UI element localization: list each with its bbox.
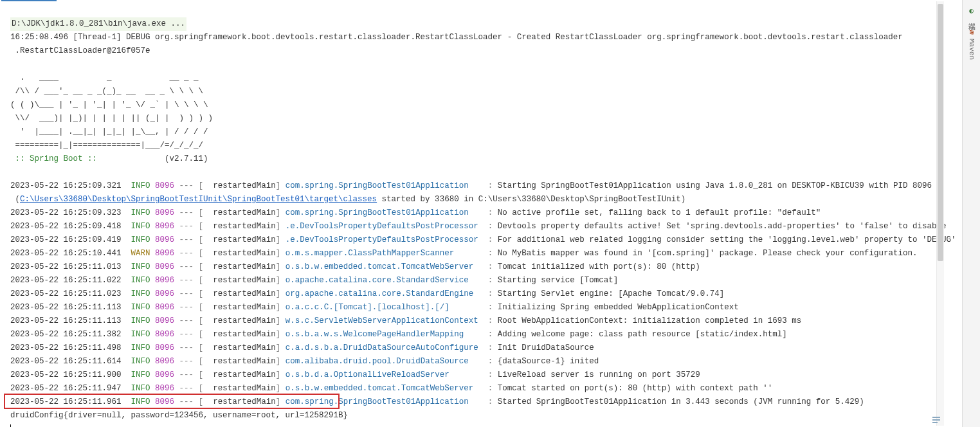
log-logger: o.m.s.mapper.ClassPathMapperScanner xyxy=(286,249,455,258)
log-ts: 2023-05-22 16:25:11.614 xyxy=(10,357,122,366)
log-thread: restartedMain xyxy=(203,222,276,231)
right-tool-stripe: ◐ 端点 m Maven xyxy=(962,0,980,427)
log-thread: restartedMain xyxy=(203,303,276,312)
log-logger: o.s.b.d.a.OptionalLiveReloadServer xyxy=(286,370,449,379)
log-logger: o.s.b.w.embedded.tomcat.TomcatWebServer xyxy=(286,262,474,271)
tool-maven[interactable]: m Maven xyxy=(966,26,977,62)
console-panel: D:\JDK\jdk1.8.0_281\bin\java.exe ... 16:… xyxy=(0,0,962,427)
log-ts: 2023-05-22 16:25:09.323 xyxy=(10,208,122,217)
log-level: INFO xyxy=(131,316,150,325)
log-msg: No active profile set, falling back to 1… xyxy=(498,208,821,217)
log-logger: o.apache.catalina.core.StandardService xyxy=(286,276,469,285)
console-output[interactable]: D:\JDK\jdk1.8.0_281\bin\java.exe ... 16:… xyxy=(0,1,962,427)
log-level: INFO xyxy=(131,303,150,312)
log-thread: restartedMain xyxy=(203,343,276,352)
run-command-line[interactable]: D:\JDK\jdk1.8.0_281\bin\java.exe ... xyxy=(10,17,186,31)
log-thread: restartedMain xyxy=(203,397,276,406)
log-logger: c.a.d.s.b.a.DruidDataSourceAutoConfigure xyxy=(286,343,478,352)
log-line: .RestartClassLoader@216f057e xyxy=(10,46,150,55)
banner-line: . ____ _ __ _ _ xyxy=(10,73,199,82)
log-ts: 2023-05-22 16:25:09.419 xyxy=(10,235,122,244)
log-logger: com.spring.SpringBootTest01Application xyxy=(286,181,469,190)
log-msg: Init DruidDataSource xyxy=(498,343,594,352)
log-pid: 8096 xyxy=(155,289,174,298)
log-logger: com.alibaba.druid.pool.DruidDataSource xyxy=(286,357,469,366)
log-pid: 8096 xyxy=(155,343,174,352)
sep: --- [ xyxy=(179,181,204,190)
log-logger: o.s.b.a.w.s.WelcomePageHandlerMapping xyxy=(286,330,464,339)
log-msg: Starting Servlet engine: [Apache Tomcat/… xyxy=(498,289,725,298)
log-level: INFO xyxy=(131,343,150,352)
tool-endpoints[interactable]: ◐ 端点 xyxy=(965,4,977,19)
log-logger: com.spring.SpringBootTest01Application xyxy=(286,208,469,217)
svg-rect-2 xyxy=(932,422,938,423)
log-msg: {dataSource-1} inited xyxy=(498,357,599,366)
log-level: INFO xyxy=(131,289,150,298)
log-msg: Starting service [Tomcat] xyxy=(498,276,619,285)
log-level: INFO xyxy=(131,262,150,271)
banner-line: =========|_|==============|___/=/_/_/_/ xyxy=(10,141,203,150)
svg-rect-1 xyxy=(932,419,940,421)
log-pid: 8096 xyxy=(155,276,174,285)
log-logger: .e.DevToolsPropertyDefaultsPostProcessor xyxy=(286,222,478,231)
log-pid: 8096 xyxy=(155,262,174,271)
log-logger: .e.DevToolsPropertyDefaultsPostProcessor xyxy=(286,235,478,244)
tool-label: Maven xyxy=(968,39,975,60)
log-ts: 2023-05-22 16:25:11.498 xyxy=(10,343,122,352)
log-level: INFO xyxy=(131,370,150,379)
log-pid: 8096 xyxy=(155,384,174,393)
log-line: 16:25:08.496 [Thread-1] DEBUG org.spring… xyxy=(10,33,903,42)
log-thread: restartedMain xyxy=(203,262,276,271)
spring-boot-label: :: Spring Boot :: xyxy=(10,154,102,163)
druid-config-line: druidConfig{driver=null, password=123456… xyxy=(10,411,348,420)
log-thread: restartedMain xyxy=(203,316,276,325)
log-pid: 8096 xyxy=(155,249,174,258)
svg-rect-0 xyxy=(932,417,940,418)
log-msg: No MyBatis mapper was found in '[com.spr… xyxy=(498,249,918,258)
log-level: WARN xyxy=(131,249,150,258)
log-ts: 2023-05-22 16:25:11.113 xyxy=(10,303,122,312)
log-thread: restartedMain xyxy=(203,357,276,366)
log-thread: restartedMain xyxy=(203,181,276,190)
log-ts: 2023-05-22 16:25:11.900 xyxy=(10,370,122,379)
log-ts: 2023-05-22 16:25:09.321 xyxy=(10,181,122,190)
log-ts: 2023-05-22 16:25:10.441 xyxy=(10,249,122,258)
log-pid: 8096 xyxy=(155,222,174,231)
log-msg: LiveReload server is running on port 357… xyxy=(498,370,700,379)
log-thread: restartedMain xyxy=(203,289,276,298)
log-logger: com.spring.SpringBootTest01Application xyxy=(286,397,469,406)
globe-icon: ◐ xyxy=(967,6,975,15)
log-msg: Starting SpringBootTest01Application usi… xyxy=(498,181,937,190)
log-pid: 8096 xyxy=(155,330,174,339)
log-msg: Tomcat started on port(s): 80 (http) wit… xyxy=(498,384,773,393)
log-ts: 2023-05-22 16:25:11.113 xyxy=(10,316,122,325)
banner-line: ( ( )\___ | '_ | '_| | '_ \/ _` | \ \ \ … xyxy=(10,100,208,109)
log-msg: Tomcat initialized with port(s): 80 (htt… xyxy=(498,262,700,271)
vertical-scrollbar[interactable] xyxy=(936,1,944,426)
log-pid: 8096 xyxy=(155,303,174,312)
log-ts: 2023-05-22 16:25:11.382 xyxy=(10,330,122,339)
log-msg: Started SpringBootTest01Application in 3… xyxy=(498,397,864,406)
log-pid: 8096 xyxy=(155,397,174,406)
log-ts: 2023-05-22 16:25:11.013 xyxy=(10,262,122,271)
log-thread: restartedMain xyxy=(203,330,276,339)
log-thread: restartedMain xyxy=(203,276,276,285)
log-level: INFO xyxy=(131,276,150,285)
log-msg-tail: started by 33680 in C:\Users\33680\Deskt… xyxy=(377,195,685,204)
settings-icon[interactable] xyxy=(931,414,941,424)
classpath-link[interactable]: C:\Users\33680\Desktop\SpringBootTestIUn… xyxy=(20,195,377,204)
log-pid: 8096 xyxy=(155,357,174,366)
log-logger: o.a.c.c.C.[Tomcat].[localhost].[/] xyxy=(286,303,449,312)
log-pid: 8096 xyxy=(155,208,174,217)
log-msg: Root WebApplicationContext: initializati… xyxy=(498,316,802,325)
log-pid: 8096 xyxy=(155,370,174,379)
log-ts: 2023-05-22 16:25:11.022 xyxy=(10,276,122,285)
spring-boot-version: (v2.7.11) xyxy=(165,154,208,163)
banner-line: ' |____| .__|_| |_|_| |_\__, | / / / / xyxy=(10,127,208,136)
scrollbar-thumb[interactable] xyxy=(938,4,943,261)
log-level: INFO xyxy=(131,208,150,217)
log-level: INFO xyxy=(131,357,150,366)
log-logger: w.s.c.ServletWebServerApplicationContext xyxy=(286,316,478,325)
log-ts: 2023-05-22 16:25:09.418 xyxy=(10,222,122,231)
log-level: INFO xyxy=(131,181,150,190)
